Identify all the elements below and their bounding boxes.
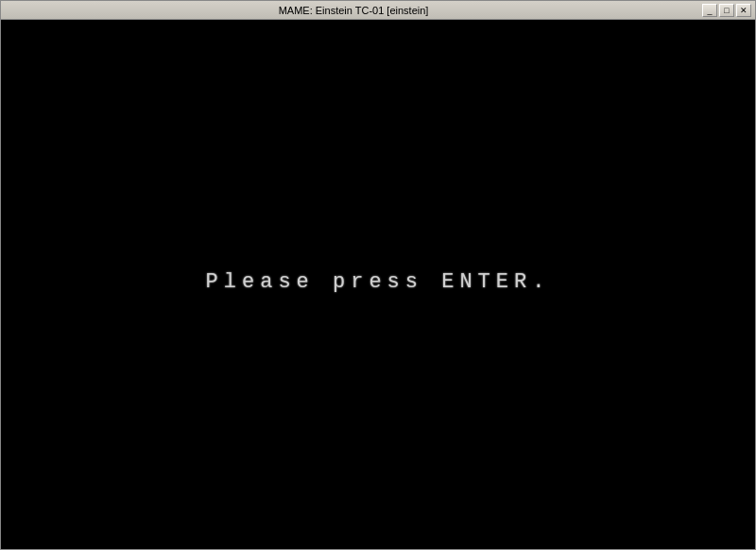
screen-content: Please press ENTER. [206, 270, 551, 294]
close-button[interactable]: ✕ [736, 4, 751, 17]
emulator-screen: Please press ENTER. [1, 20, 755, 549]
maximize-button[interactable]: □ [719, 4, 734, 17]
window-controls: _ □ ✕ [702, 4, 751, 17]
minimize-button[interactable]: _ [702, 4, 717, 17]
title-bar: MAME: Einstein TC-01 [einstein] _ □ ✕ [1, 1, 755, 20]
prompt-message: Please press ENTER. [206, 270, 551, 294]
window-title: MAME: Einstein TC-01 [einstein] [5, 5, 702, 16]
application-window: MAME: Einstein TC-01 [einstein] _ □ ✕ Pl… [0, 0, 756, 550]
